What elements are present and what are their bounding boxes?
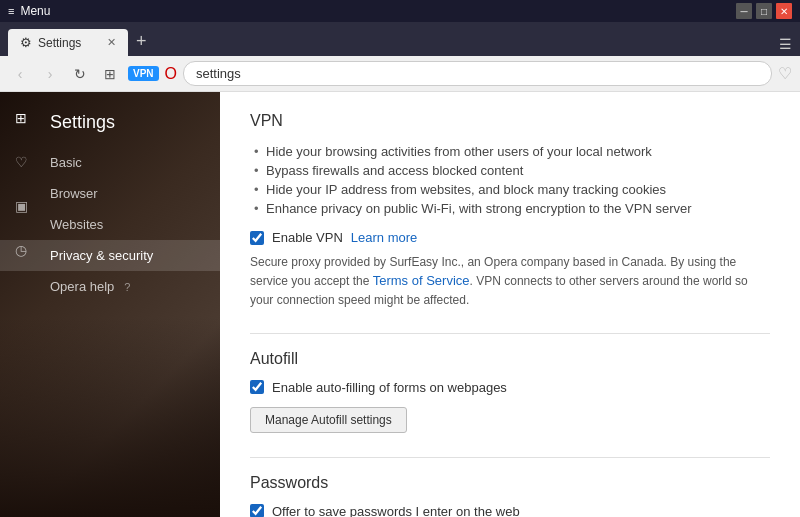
- sidebar-icon-grid[interactable]: ⊞: [5, 102, 37, 134]
- sidebar-item-help-question: ?: [124, 281, 130, 293]
- tab-bar: ⚙ Settings ✕ + ☰: [0, 22, 800, 56]
- autofill-title: Autofill: [250, 350, 770, 368]
- sidebar-item-help-label: Opera help: [50, 279, 114, 294]
- vpn-bullet-3: Hide your IP address from websites, and …: [250, 180, 770, 199]
- settings-tab-close[interactable]: ✕: [107, 36, 116, 49]
- sidebar-item-basic-label: Basic: [50, 155, 82, 170]
- passwords-enable-label: Offer to save passwords I enter on the w…: [272, 504, 520, 518]
- vpn-description: Secure proxy provided by SurfEasy Inc., …: [250, 253, 770, 309]
- reload-button[interactable]: ↻: [68, 62, 92, 86]
- vpn-bullet-2: Bypass firewalls and access blocked cont…: [250, 161, 770, 180]
- back-button[interactable]: ‹: [8, 62, 32, 86]
- close-button[interactable]: ✕: [776, 3, 792, 19]
- sidebar-icon-strip: ⊞ ♡ ▣ ◷: [0, 92, 42, 517]
- autofill-enable-row: Enable auto-filling of forms on webpages: [250, 380, 770, 395]
- sidebar-item-privacy-label: Privacy & security: [50, 248, 153, 263]
- sidebar: ⊞ ♡ ▣ ◷ Settings Basic Browser Websites …: [0, 92, 220, 517]
- title-bar: ≡ Menu ─ □ ✕: [0, 0, 800, 22]
- autofill-checkbox[interactable]: [250, 380, 264, 394]
- vpn-enable-row: Enable VPN Learn more: [250, 230, 770, 245]
- vpn-enable-label: Enable VPN: [272, 230, 343, 245]
- settings-tab[interactable]: ⚙ Settings ✕: [8, 29, 128, 56]
- passwords-checkbox[interactable]: [250, 504, 264, 517]
- vpn-title: VPN: [250, 112, 770, 130]
- autofill-enable-label: Enable auto-filling of forms on webpages: [272, 380, 507, 395]
- vpn-bullet-4: Enhance privacy on public Wi-Fi, with st…: [250, 199, 770, 218]
- new-tab-button[interactable]: +: [128, 31, 155, 52]
- divider-2: [250, 457, 770, 458]
- grid-button[interactable]: ⊞: [98, 62, 122, 86]
- menu-icon[interactable]: ≡: [8, 5, 14, 17]
- sidebar-icon-clock[interactable]: ◷: [5, 234, 37, 266]
- vpn-badge[interactable]: VPN: [128, 66, 159, 81]
- forward-button[interactable]: ›: [38, 62, 62, 86]
- terms-of-service-link[interactable]: Terms of Service: [373, 273, 470, 288]
- vpn-learn-more-link[interactable]: Learn more: [351, 230, 417, 245]
- minimize-button[interactable]: ─: [736, 3, 752, 19]
- maximize-button[interactable]: □: [756, 3, 772, 19]
- sidebar-item-websites-label: Websites: [50, 217, 103, 232]
- vpn-bullets: Hide your browsing activities from other…: [250, 142, 770, 218]
- heart-button[interactable]: ♡: [778, 64, 792, 83]
- content-panel: VPN Hide your browsing activities from o…: [220, 92, 800, 517]
- title-bar-controls: ─ □ ✕: [736, 3, 792, 19]
- opera-icon[interactable]: O: [165, 65, 177, 83]
- address-bar: ‹ › ↻ ⊞ VPN O ♡: [0, 56, 800, 92]
- autofill-section: Autofill Enable auto-filling of forms on…: [250, 350, 770, 433]
- sidebar-item-browser-label: Browser: [50, 186, 98, 201]
- vpn-bullet-1: Hide your browsing activities from other…: [250, 142, 770, 161]
- passwords-enable-row: Offer to save passwords I enter on the w…: [250, 504, 770, 518]
- tab-menu-icon[interactable]: ☰: [779, 36, 792, 52]
- divider-1: [250, 333, 770, 334]
- sidebar-icon-heart[interactable]: ♡: [5, 146, 37, 178]
- title-bar-left: ≡ Menu: [8, 4, 50, 18]
- address-input[interactable]: [183, 61, 772, 86]
- vpn-checkbox[interactable]: [250, 231, 264, 245]
- passwords-title: Passwords: [250, 474, 770, 492]
- settings-tab-icon: ⚙: [20, 35, 32, 50]
- passwords-section: Passwords Offer to save passwords I ente…: [250, 474, 770, 518]
- manage-autofill-button[interactable]: Manage Autofill settings: [250, 407, 407, 433]
- main-content: ⊞ ♡ ▣ ◷ Settings Basic Browser Websites …: [0, 92, 800, 517]
- settings-tab-label: Settings: [38, 36, 81, 50]
- menu-label: Menu: [20, 4, 50, 18]
- vpn-section: VPN Hide your browsing activities from o…: [250, 112, 770, 309]
- sidebar-icon-monitor[interactable]: ▣: [5, 190, 37, 222]
